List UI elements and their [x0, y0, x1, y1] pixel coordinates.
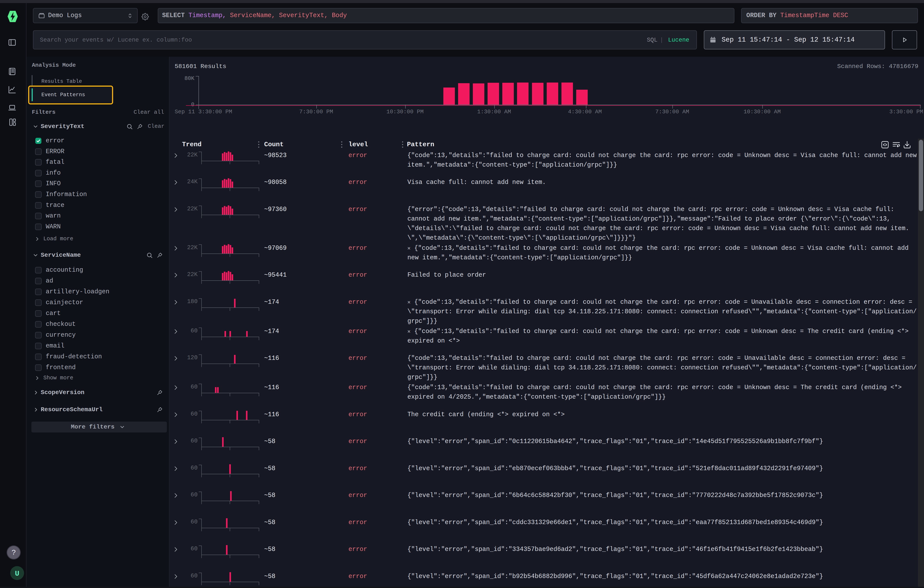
svg-text:U: U	[15, 570, 19, 578]
svg-text:?: ?	[12, 548, 16, 557]
